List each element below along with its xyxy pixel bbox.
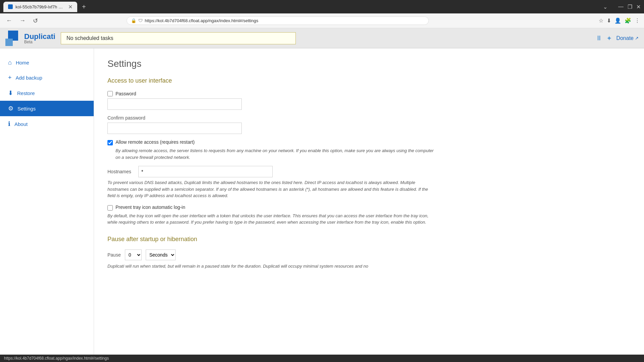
password-group: Password xyxy=(107,91,631,110)
browser-nav-bar: ← → ↺ 🔒 🛡 https://kol.4b7d704f68.cfloat.… xyxy=(0,13,644,28)
pause-value-select[interactable]: 0 1 2 5 10 15 30 xyxy=(125,250,142,260)
allow-remote-description: By allowing remote access, the server li… xyxy=(116,147,438,161)
allow-remote-label: Allow remote access (requires restart) xyxy=(116,139,195,145)
prevent-tray-label: Prevent tray icon automatic log-in xyxy=(116,205,185,210)
pause-description: Duplicati will run when started, but wil… xyxy=(107,263,430,270)
download-icon[interactable]: ⬇ xyxy=(607,17,611,24)
home-icon: ⌂ xyxy=(8,59,12,66)
browser-title-bar: kol-55cb7b79b9-lxf7h - Duplic... ✕ + ⌄ —… xyxy=(0,0,644,13)
allow-remote-checkbox[interactable] xyxy=(107,140,113,145)
spinner-icon: ✦ xyxy=(606,35,612,42)
external-link-icon: ↗ xyxy=(635,36,639,41)
settings-icon: ⚙ xyxy=(8,105,13,112)
sidebar-label-add-backup: Add backup xyxy=(16,75,42,81)
sidebar-label-about: About xyxy=(14,121,28,127)
donate-button[interactable]: Donate ↗ xyxy=(616,35,639,41)
maximize-button[interactable]: ❐ xyxy=(628,4,632,10)
confirm-password-label: Confirm password xyxy=(107,115,631,121)
tab-title: kol-55cb7b79b9-lxf7h - Duplic... xyxy=(15,4,64,9)
allow-remote-group: Allow remote access (requires restart) xyxy=(107,139,631,145)
confirm-password-input[interactable] xyxy=(107,123,242,134)
hostnames-input[interactable] xyxy=(138,166,273,177)
security-icon: 🔒 xyxy=(131,18,136,23)
status-bar: https://kol.4b7d704f68.cfloat.app/ngax/i… xyxy=(0,355,644,362)
pause-row: Pause 0 1 2 5 10 15 30 Seconds Minutes H… xyxy=(107,250,631,260)
app-logo: Duplicati Beta xyxy=(5,31,55,46)
window-controls: ⌄ — ❐ ✕ xyxy=(603,4,641,10)
browser-toolbar: ☆ ⬇ 👤 🧩 ⋮ xyxy=(599,17,640,24)
bookmark-icon[interactable]: ☆ xyxy=(599,17,603,24)
add-icon: + xyxy=(8,74,12,81)
info-icon: ℹ xyxy=(8,120,10,128)
password-label: Password xyxy=(107,91,631,96)
address-bar[interactable]: 🔒 🛡 https://kol.4b7d704f68.cfloat.app/ng… xyxy=(127,16,429,25)
restore-icon: ⬇ xyxy=(8,89,13,97)
pause-label: Pause xyxy=(107,252,121,258)
status-url: https://kol.4b7d704f68.cfloat.app/ngax/i… xyxy=(4,356,109,361)
browser-tab[interactable]: kol-55cb7b79b9-lxf7h - Duplic... ✕ xyxy=(3,2,77,12)
pause-icon: ⏸ xyxy=(596,34,602,42)
app-wrapper: Duplicati Beta No scheduled tasks ⏸ ✦ Do… xyxy=(0,28,644,362)
page-title: Settings xyxy=(107,58,631,69)
sidebar-item-restore[interactable]: ⬇ Restore xyxy=(0,85,94,101)
hostnames-label: Hostnames xyxy=(107,169,134,174)
hostnames-description: To prevent various DNS based attacks, Du… xyxy=(107,179,430,199)
logo-icon xyxy=(5,31,21,46)
sidebar-item-settings[interactable]: ⚙ Settings xyxy=(0,101,94,116)
main-layout: ⌂ Home + Add backup ⬇ Restore ⚙ Settings… xyxy=(0,48,644,362)
sidebar-item-home[interactable]: ⌂ Home xyxy=(0,55,94,70)
header-actions: ⏸ ✦ Donate ↗ xyxy=(596,34,639,42)
profile-icon[interactable]: 👤 xyxy=(614,17,621,24)
sidebar-label-home: Home xyxy=(16,60,29,65)
tab-favicon xyxy=(8,4,13,9)
tab-close-button[interactable]: ✕ xyxy=(68,4,73,10)
section-pause-title: Pause after startup or hibernation xyxy=(107,236,631,243)
sidebar-item-about[interactable]: ℹ About xyxy=(0,116,94,132)
close-button[interactable]: ✕ xyxy=(636,4,641,10)
spinner-button[interactable]: ✦ xyxy=(606,34,612,42)
settings-content: Settings Access to user interface Passwo… xyxy=(94,48,644,362)
url-input[interactable]: https://kol.4b7d704f68.cfloat.app/ngax/i… xyxy=(145,18,424,23)
password-checkbox[interactable] xyxy=(107,91,113,96)
extensions-icon[interactable]: 🧩 xyxy=(625,17,631,24)
sidebar-label-settings: Settings xyxy=(17,106,36,111)
confirm-password-group: Confirm password xyxy=(107,115,631,134)
prevent-tray-group: Prevent tray icon automatic log-in xyxy=(107,205,631,211)
password-input[interactable] xyxy=(107,98,242,110)
forward-button[interactable]: → xyxy=(17,16,28,25)
chevron-down-icon[interactable]: ⌄ xyxy=(603,4,607,10)
new-tab-button[interactable]: + xyxy=(80,3,88,11)
hostnames-row: Hostnames xyxy=(107,166,631,177)
minimize-button[interactable]: — xyxy=(618,4,624,10)
prevent-tray-description: By default, the tray icon will open the … xyxy=(107,213,430,226)
sidebar: ⌂ Home + Add backup ⬇ Restore ⚙ Settings… xyxy=(0,48,94,362)
menu-icon[interactable]: ⋮ xyxy=(635,17,640,24)
reload-button[interactable]: ↺ xyxy=(31,16,40,25)
sidebar-item-add-backup[interactable]: + Add backup xyxy=(0,70,94,85)
pause-button[interactable]: ⏸ xyxy=(596,34,602,42)
pause-unit-select[interactable]: Seconds Minutes Hours xyxy=(146,250,176,260)
section-access-title: Access to user interface xyxy=(107,77,631,84)
sidebar-label-restore: Restore xyxy=(17,90,35,96)
app-header: Duplicati Beta No scheduled tasks ⏸ ✦ Do… xyxy=(0,28,644,48)
prevent-tray-checkbox[interactable] xyxy=(107,205,113,211)
back-button[interactable]: ← xyxy=(4,16,14,25)
shield-icon: 🛡 xyxy=(138,18,143,23)
task-banner: No scheduled tasks xyxy=(61,32,296,44)
